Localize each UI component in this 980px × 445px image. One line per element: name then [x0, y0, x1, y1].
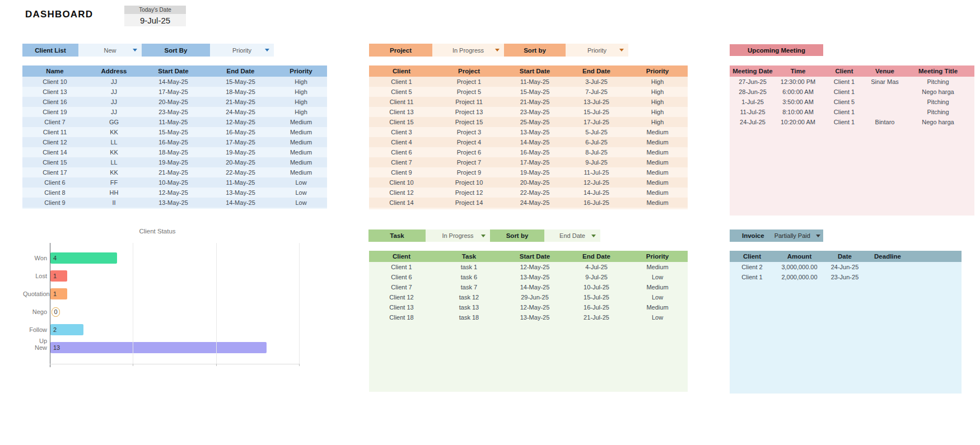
- table-cell: Project 9: [434, 167, 504, 177]
- table-cell: Low: [627, 292, 688, 302]
- client-list-control-bar: Client List New Sort By Priority: [22, 44, 274, 57]
- table-cell: Medium: [275, 117, 327, 127]
- table-cell: Client 5: [369, 87, 434, 97]
- project-sort-value: Priority: [587, 47, 606, 54]
- client-sort-dropdown[interactable]: Priority: [210, 44, 274, 57]
- table-row: Client 19JJ23-May-2524-May-25High: [22, 107, 327, 117]
- table-cell: KK: [87, 167, 141, 177]
- table-cell: Low: [275, 177, 327, 188]
- invoice-table-header-row: ClientAmountDateDeadline: [730, 251, 962, 262]
- meeting-table: Meeting DateTimeClientVenueMeeting Title…: [730, 65, 974, 127]
- table-cell: Client 10: [369, 177, 434, 188]
- table-cell: Client 7: [369, 282, 434, 292]
- chart-axis-tick: [216, 364, 217, 366]
- invoice-filter-value: Partially Paid: [774, 232, 810, 239]
- project-sort-dropdown[interactable]: Priority: [566, 44, 628, 57]
- table-cell: Client 7: [369, 157, 434, 167]
- chevron-down-icon: [133, 49, 137, 51]
- table-cell: 17-May-25: [206, 137, 275, 147]
- project-filter-value: In Progress: [452, 47, 484, 54]
- table-cell: Client 9: [22, 198, 87, 208]
- table-cell: Medium: [627, 188, 688, 198]
- table-cell: task 12: [434, 292, 504, 302]
- task-sort-dropdown[interactable]: End Date: [544, 229, 600, 242]
- table-row: Client 15Project 1525-May-2517-Jul-25Hig…: [369, 117, 688, 127]
- column-header: Priority: [627, 251, 688, 262]
- chart-value-label: 1: [53, 270, 57, 282]
- table-cell: Client 19: [22, 107, 87, 117]
- table-cell: KK: [87, 127, 141, 137]
- table-cell: Client 14: [22, 147, 87, 157]
- table-cell: Client 16: [22, 97, 87, 107]
- table-cell: 21-May-25: [504, 97, 566, 107]
- chart-value-label: 13: [53, 342, 60, 353]
- column-header: Client: [820, 65, 868, 77]
- table-row: Client 1task 112-May-254-Jul-25Medium: [369, 262, 688, 272]
- table-row: Client 8HH12-May-2513-May-25Low: [22, 188, 327, 198]
- table-cell: 27-Jun-25: [730, 77, 776, 87]
- project-filter-dropdown[interactable]: In Progress: [432, 44, 504, 57]
- client-filter-dropdown[interactable]: New: [78, 44, 142, 57]
- table-cell: 10-May-25: [141, 177, 206, 188]
- chart-row: Won4: [23, 252, 319, 264]
- table-row: Client 7task 714-May-2510-Jul-25Medium: [369, 282, 688, 292]
- table-cell: Project 14: [434, 198, 504, 208]
- table-cell: 14-May-25: [206, 198, 275, 208]
- table-cell: 23-May-25: [141, 107, 206, 117]
- table-cell: 21-May-25: [141, 167, 206, 177]
- table-cell: Project 7: [434, 157, 504, 167]
- table-cell: 22-May-25: [206, 167, 275, 177]
- table-row: Client 14KK18-May-2519-May-25Medium: [22, 147, 327, 157]
- table-cell: 15-Jul-25: [566, 292, 627, 302]
- table-cell: Nego harga: [902, 117, 974, 127]
- chart-category-label: New: [23, 342, 47, 353]
- page-title: DASHBOARD: [25, 9, 93, 20]
- table-cell: 2,000,000.00: [774, 272, 824, 282]
- table-row: Client 17KK21-May-2522-May-25Medium: [22, 167, 327, 177]
- table-cell: 16-May-25: [504, 147, 566, 157]
- table-cell: High: [627, 107, 688, 117]
- table-cell: Client 13: [369, 107, 434, 117]
- chart-category-label: Lost: [23, 270, 47, 282]
- invoice-filter-dropdown[interactable]: Partially Paid: [774, 232, 820, 239]
- chart-bar: [50, 252, 117, 264]
- table-cell: 11-Jul-25: [566, 167, 627, 177]
- table-row: Client 13task 1312-May-2516-Jul-25Medium: [369, 302, 688, 312]
- table-cell: Medium: [627, 127, 688, 137]
- table-cell: Client 1: [369, 77, 434, 87]
- table-cell: 16-May-25: [141, 137, 206, 147]
- chart-value-label: 1: [53, 288, 57, 299]
- table-row: Client 11KK15-May-2516-May-25Medium: [22, 127, 327, 137]
- table-cell: Pitching: [902, 97, 974, 107]
- chart-plot-area: Won4Lost1Quotation1Nego0Follow Up2New13: [23, 243, 319, 371]
- chart-row: Nego0: [23, 306, 319, 317]
- table-row: Client 6Project 616-May-258-Jul-25Medium: [369, 147, 688, 157]
- table-cell: 20-May-25: [504, 177, 566, 188]
- task-table-header-row: ClientTaskStart DateEnd DatePriority: [369, 251, 688, 262]
- table-cell: 10:20:00 AM: [776, 117, 820, 127]
- column-header: Name: [22, 65, 87, 77]
- table-cell: Client 13: [22, 87, 87, 97]
- column-header: Start Date: [504, 65, 566, 77]
- column-header: Meeting Date: [730, 65, 776, 77]
- table-cell: 8-Jul-25: [566, 147, 627, 157]
- table-cell: Project 10: [434, 177, 504, 188]
- table-cell: JJ: [87, 87, 141, 97]
- table-cell: Medium: [627, 302, 688, 312]
- table-cell: Bintaro: [868, 117, 902, 127]
- chart-category-label: Quotation: [23, 288, 47, 299]
- column-header: End Date: [566, 65, 627, 77]
- table-cell: task 18: [434, 312, 504, 322]
- table-cell: 4-Jul-25: [566, 262, 627, 272]
- table-cell: High: [275, 107, 327, 117]
- table-cell: Nego harga: [902, 87, 974, 97]
- chart-category-label: Won: [23, 252, 47, 264]
- table-cell: 13-Jul-25: [566, 97, 627, 107]
- table-cell: 21-May-25: [206, 97, 275, 107]
- column-header: Task: [434, 251, 504, 262]
- task-filter-dropdown[interactable]: In Progress: [426, 229, 490, 242]
- table-cell: Client 6: [369, 272, 434, 282]
- table-cell: Client 6: [22, 177, 87, 188]
- table-cell: Sinar Mas: [868, 77, 902, 87]
- table-row: Client 13Project 1323-May-2515-Jul-25Hig…: [369, 107, 688, 117]
